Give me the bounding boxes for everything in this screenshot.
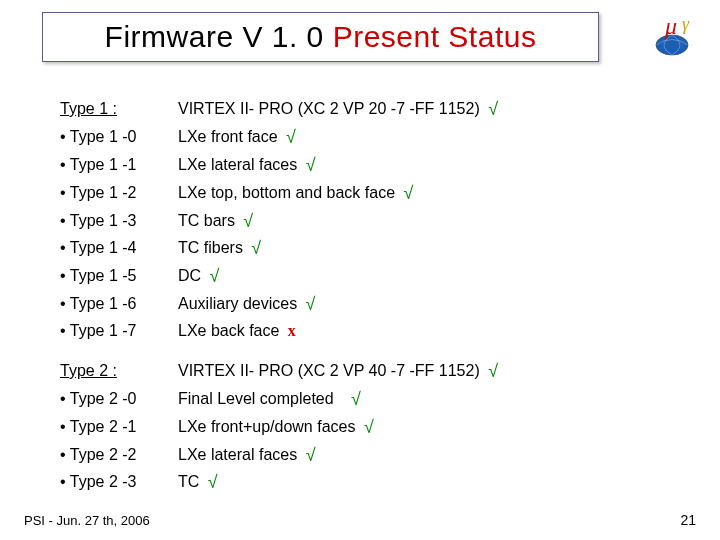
list-item: Type 1 -7 LXe back face x [60,319,680,344]
item-label: Type 2 -0 [60,387,178,412]
check-icon: √ [403,180,413,208]
list-item: Type 1 -2 LXe top, bottom and back face … [60,180,680,208]
check-icon: √ [251,235,261,263]
check-icon: √ [210,263,220,291]
item-desc: LXe front+up/down faces √ [178,414,680,442]
list-item: Type 1 -1 LXe lateral faces √ [60,152,680,180]
item-label: Type 1 -0 [60,125,178,150]
list-item: Type 1 -6 Auxiliary devices √ [60,291,680,319]
item-desc: Auxiliary devices √ [178,291,680,319]
check-icon: √ [364,414,374,442]
section-label: Type 1 : [60,97,178,122]
item-desc: Final Level completed √ [178,386,680,414]
item-desc: LXe top, bottom and back face √ [178,180,680,208]
section-header: Type 1 : VIRTEX II- PRO (XC 2 VP 20 -7 -… [60,96,680,124]
check-icon: √ [351,386,361,414]
list-item: Type 2 -3 TC √ [60,469,680,497]
page-number: 21 [680,512,696,528]
section-desc: VIRTEX II- PRO (XC 2 VP 20 -7 -FF 1152) … [178,96,680,124]
section-label: Type 2 : [60,359,178,384]
check-icon: √ [243,208,253,236]
list-item: Type 2 -0 Final Level completed √ [60,386,680,414]
item-desc: LXe lateral faces √ [178,442,680,470]
list-item: Type 2 -1 LXe front+up/down faces √ [60,414,680,442]
list-item: Type 2 -2 LXe lateral faces √ [60,442,680,470]
list-item: Type 1 -0 LXe front face √ [60,124,680,152]
item-label: Type 1 -7 [60,319,178,344]
item-label: Type 2 -2 [60,443,178,468]
page-title: Firmware V 1. 0 Present Status [105,20,537,54]
cross-icon: x [288,319,296,344]
check-icon: √ [208,469,218,497]
item-label: Type 1 -6 [60,292,178,317]
item-desc: LXe back face x [178,319,680,344]
footer-date: PSI - Jun. 27 th, 2006 [24,513,150,528]
check-icon: √ [306,152,316,180]
list-item: Type 1 -5 DC √ [60,263,680,291]
item-label: Type 1 -5 [60,264,178,289]
check-icon: √ [286,124,296,152]
item-label: Type 2 -1 [60,415,178,440]
list-item: Type 1 -3 TC bars √ [60,208,680,236]
item-label: Type 1 -1 [60,153,178,178]
title-black: Firmware V 1. 0 [105,20,333,53]
content-area: Type 1 : VIRTEX II- PRO (XC 2 VP 20 -7 -… [60,96,680,497]
section-type2: Type 2 : VIRTEX II- PRO (XC 2 VP 40 -7 -… [60,358,680,497]
title-red: Present Status [333,20,537,53]
section-desc: VIRTEX II- PRO (XC 2 VP 40 -7 -FF 1152) … [178,358,680,386]
mu-gamma-logo: μ γ [646,12,698,58]
item-desc: DC √ [178,263,680,291]
item-label: Type 1 -2 [60,181,178,206]
check-icon: √ [306,291,316,319]
item-desc: TC √ [178,469,680,497]
title-box: Firmware V 1. 0 Present Status [42,12,599,62]
svg-text:γ: γ [682,14,690,34]
check-icon: √ [306,442,316,470]
check-icon: √ [488,358,498,386]
item-desc: TC bars √ [178,208,680,236]
section-type1: Type 1 : VIRTEX II- PRO (XC 2 VP 20 -7 -… [60,96,680,344]
section-header: Type 2 : VIRTEX II- PRO (XC 2 VP 40 -7 -… [60,358,680,386]
item-desc: LXe front face √ [178,124,680,152]
svg-text:μ: μ [664,13,677,39]
item-desc: TC fibers √ [178,235,680,263]
item-label: Type 2 -3 [60,470,178,495]
item-label: Type 1 -4 [60,236,178,261]
list-item: Type 1 -4 TC fibers √ [60,235,680,263]
item-desc: LXe lateral faces √ [178,152,680,180]
item-label: Type 1 -3 [60,209,178,234]
check-icon: √ [488,96,498,124]
